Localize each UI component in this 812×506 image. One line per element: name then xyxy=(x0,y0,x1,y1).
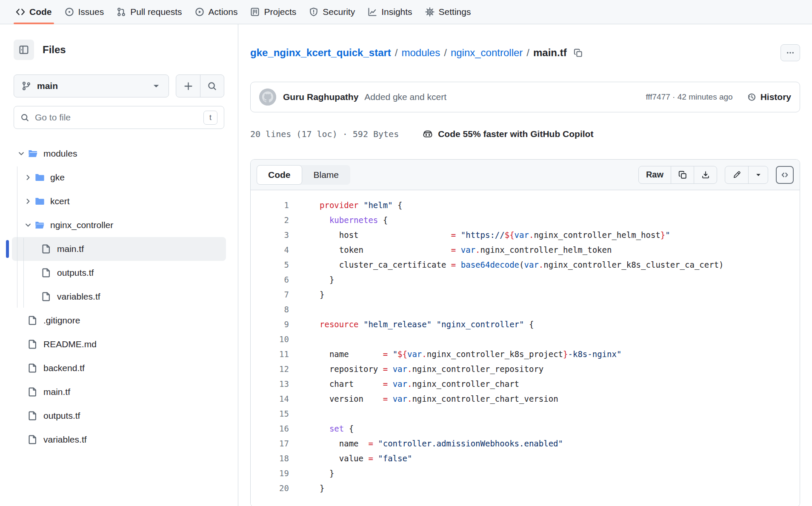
code-line-text: token = var.nginx_controller_helm_token xyxy=(289,243,612,257)
tree-item-main.tf[interactable]: main.tf xyxy=(12,237,226,261)
line-number[interactable]: 6 xyxy=(251,272,289,287)
tree-item-nginx-controller[interactable]: nginx_controller xyxy=(12,213,226,237)
tree-item-kcert[interactable]: kcert xyxy=(12,189,226,213)
line-number[interactable]: 2 xyxy=(251,213,289,228)
line-number[interactable]: 9 xyxy=(251,317,289,332)
line-number[interactable]: 1 xyxy=(251,198,289,213)
symbols-panel-button[interactable] xyxy=(776,166,794,184)
tree-item-label: variables.tf xyxy=(57,292,100,302)
line-number[interactable]: 12 xyxy=(251,362,289,377)
breadcrumb-separator: / xyxy=(440,47,451,59)
nav-tab-projects[interactable]: Projects xyxy=(244,0,303,24)
files-panel-title: Files xyxy=(43,44,66,56)
more-options-button[interactable] xyxy=(781,44,800,61)
add-file-button[interactable] xyxy=(176,75,200,97)
tree-item-variables.tf[interactable]: variables.tf xyxy=(12,428,226,452)
code-panel: Code Blame Raw xyxy=(250,159,800,506)
copilot-banner[interactable]: Code 55% faster with GitHub Copilot xyxy=(423,129,593,139)
commit-message[interactable]: Added gke and kcert xyxy=(364,92,446,102)
code-line: 17 name = "controller.admissionWebhooks.… xyxy=(251,436,800,451)
line-number[interactable]: 3 xyxy=(251,228,289,243)
tree-item-outputs.tf[interactable]: outputs.tf xyxy=(12,404,226,428)
nav-tab-settings[interactable]: Settings xyxy=(419,0,477,24)
line-number[interactable]: 13 xyxy=(251,377,289,392)
triangle-down-icon xyxy=(754,171,763,179)
line-number[interactable]: 11 xyxy=(251,347,289,362)
line-number[interactable]: 18 xyxy=(251,451,289,466)
nav-tab-actions[interactable]: Actions xyxy=(189,0,244,24)
tree-item-backend.tf[interactable]: backend.tf xyxy=(12,356,226,380)
copy-icon xyxy=(574,49,583,57)
github-file-page: Code Issues Pull requests Actions Projec… xyxy=(0,0,812,506)
file-meta: 20 lines (17 loc) · 592 Bytes xyxy=(250,129,399,139)
nav-tab-code[interactable]: Code xyxy=(9,0,58,24)
code-line-text: set { xyxy=(289,421,354,436)
code-line: 16 set { xyxy=(251,421,800,436)
line-number[interactable]: 14 xyxy=(251,392,289,406)
line-number[interactable]: 19 xyxy=(251,466,289,481)
file-tree-sidebar: Files main xyxy=(0,24,238,506)
line-number[interactable]: 4 xyxy=(251,243,289,257)
tree-item-.gitignore[interactable]: .gitignore xyxy=(12,309,226,332)
tab-blame[interactable]: Blame xyxy=(302,165,351,185)
collapse-sidebar-button[interactable] xyxy=(14,40,34,60)
file-icon xyxy=(41,268,51,278)
download-icon xyxy=(701,171,710,179)
breadcrumb-repo-link[interactable]: gke_nginx_kcert_quick_start xyxy=(250,47,391,59)
edit-dropdown-button[interactable] xyxy=(748,166,768,183)
code-line: 4 token = var.nginx_controller_helm_toke… xyxy=(251,243,800,257)
tree-item-modules[interactable]: modules xyxy=(12,142,226,166)
download-button[interactable] xyxy=(694,166,717,183)
line-number[interactable]: 8 xyxy=(251,302,289,317)
line-number[interactable]: 7 xyxy=(251,287,289,302)
tree-item-label: README.md xyxy=(43,339,97,349)
code-blame-switch: Code Blame xyxy=(257,165,350,185)
code-line-text: } xyxy=(289,272,334,287)
copy-file-button[interactable] xyxy=(671,166,694,183)
code-line: 8 xyxy=(251,302,800,317)
line-number[interactable]: 16 xyxy=(251,421,289,436)
line-number[interactable]: 20 xyxy=(251,481,289,496)
line-number[interactable]: 17 xyxy=(251,436,289,451)
tab-code[interactable]: Code xyxy=(257,165,302,185)
code-line-text: repository = var.nginx_controller_reposi… xyxy=(289,362,543,377)
nav-tab-pull-requests[interactable]: Pull requests xyxy=(110,0,188,24)
tree-item-variables.tf[interactable]: variables.tf xyxy=(12,285,226,309)
search-tree-button[interactable] xyxy=(200,75,224,97)
line-number[interactable]: 15 xyxy=(251,406,289,421)
breadcrumb-dir-link[interactable]: nginx_controller xyxy=(451,47,523,59)
copilot-icon xyxy=(423,129,433,139)
tree-item-outputs.tf[interactable]: outputs.tf xyxy=(12,261,226,285)
line-number[interactable]: 5 xyxy=(251,257,289,272)
shortcut-key-badge: t xyxy=(203,111,217,125)
commit-author[interactable]: Guru Raghupathy xyxy=(283,92,358,102)
code-line-text: } xyxy=(289,287,324,302)
tree-item-README.md[interactable]: README.md xyxy=(12,332,226,356)
edit-file-button[interactable] xyxy=(725,166,748,183)
branch-selector[interactable]: main xyxy=(14,74,169,97)
repo-nav: Code Issues Pull requests Actions Projec… xyxy=(0,0,812,24)
nav-tab-security[interactable]: Security xyxy=(303,0,361,24)
tree-item-label: .gitignore xyxy=(43,315,80,326)
breadcrumb-dir-link[interactable]: modules xyxy=(402,47,440,59)
nav-tab-label: Issues xyxy=(78,7,104,17)
raw-button[interactable]: Raw xyxy=(639,166,671,183)
tree-item-main.tf[interactable]: main.tf xyxy=(12,380,226,404)
chevron-right-icon xyxy=(24,174,32,181)
go-to-file-input[interactable] xyxy=(35,112,198,123)
nav-tab-issues[interactable]: Issues xyxy=(58,0,111,24)
file-icon xyxy=(28,411,38,421)
code-line: 3 host = "https://${var.nginx_controller… xyxy=(251,228,800,243)
nav-tab-label: Code xyxy=(29,7,52,17)
breadcrumb-separator: / xyxy=(523,47,533,59)
code-line: 13 chart = var.nginx_controller_chart xyxy=(251,377,800,392)
tree-item-gke[interactable]: gke xyxy=(12,166,226,189)
copy-path-button[interactable] xyxy=(574,49,583,57)
nav-tab-insights[interactable]: Insights xyxy=(361,0,418,24)
commit-time: 42 minutes ago xyxy=(678,92,733,101)
commit-sha[interactable]: fff7477 xyxy=(646,92,670,101)
history-button[interactable]: History xyxy=(747,92,791,102)
avatar[interactable] xyxy=(259,89,276,106)
sidebar-collapse-icon xyxy=(19,45,29,55)
line-number[interactable]: 10 xyxy=(251,332,289,347)
